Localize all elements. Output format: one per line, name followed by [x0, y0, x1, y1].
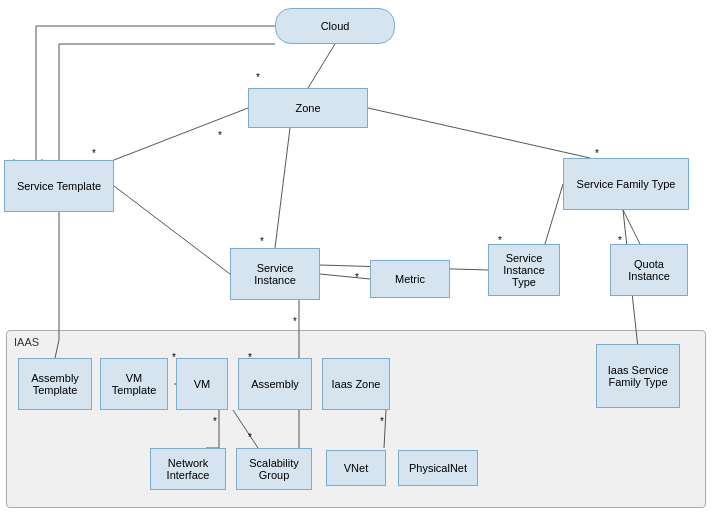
cloud-node: Cloud — [275, 8, 395, 44]
iaas-label: IAAS — [14, 336, 39, 348]
mult-asm: * — [293, 316, 297, 327]
service-instance-type-label: Service Instance Type — [493, 252, 555, 288]
iaas-service-family-type-node: Iaas Service Family Type — [596, 344, 680, 408]
iaas-zone-label: Iaas Zone — [332, 378, 381, 390]
vm-template-node: VM Template — [100, 358, 168, 410]
quota-instance-node: Quota Instance — [610, 244, 688, 296]
scalability-group-node: Scalability Group — [236, 448, 312, 490]
service-instance-type-node: Service Instance Type — [488, 244, 560, 296]
svg-line-4 — [114, 186, 230, 274]
quota-instance-label: Quota Instance — [615, 258, 683, 282]
service-family-type-label: Service Family Type — [577, 178, 676, 190]
mult-ni: * — [213, 416, 217, 427]
svg-line-7 — [623, 210, 640, 244]
mult-izone: * — [380, 416, 384, 427]
service-instance-label: Service Instance — [235, 262, 315, 286]
zone-label: Zone — [295, 102, 320, 114]
assembly-label: Assembly — [251, 378, 299, 390]
svg-line-0 — [308, 44, 335, 88]
network-interface-node: Network Interface — [150, 448, 226, 490]
vnet-node: VNet — [326, 450, 386, 486]
svg-line-6 — [545, 184, 563, 244]
physicalnet-label: PhysicalNet — [409, 462, 467, 474]
mult-st2: * — [92, 148, 96, 159]
vm-label: VM — [194, 378, 211, 390]
network-interface-label: Network Interface — [155, 457, 221, 481]
assembly-template-label: Assembly Template — [23, 372, 87, 396]
svg-line-1 — [114, 108, 248, 160]
service-template-node: Service Template — [4, 160, 114, 212]
scalability-group-label: Scalability Group — [241, 457, 307, 481]
mult-st: * — [218, 130, 222, 141]
zone-node: Zone — [248, 88, 368, 128]
svg-line-2 — [368, 108, 590, 158]
svg-line-3 — [275, 128, 290, 248]
metric-node: Metric — [370, 260, 450, 298]
vnet-label: VNet — [344, 462, 368, 474]
vm-node: VM — [176, 358, 228, 410]
service-template-label: Service Template — [17, 180, 101, 192]
cloud-label: Cloud — [321, 20, 350, 32]
physicalnet-node: PhysicalNet — [398, 450, 478, 486]
service-instance-node: Service Instance — [230, 248, 320, 300]
mult-zone-top: * — [256, 72, 260, 83]
service-family-type-node: Service Family Type — [563, 158, 689, 210]
svg-line-5 — [320, 274, 370, 279]
mult-si: * — [260, 236, 264, 247]
mult-sg: * — [248, 432, 252, 443]
assembly-node: Assembly — [238, 358, 312, 410]
diagram: IAAS — [0, 0, 717, 515]
assembly-template-node: Assembly Template — [18, 358, 92, 410]
vm-template-label: VM Template — [105, 372, 163, 396]
iaas-zone-node: Iaas Zone — [322, 358, 390, 410]
mult-metric: * — [355, 272, 359, 283]
iaas-service-family-type-label: Iaas Service Family Type — [601, 364, 675, 388]
metric-label: Metric — [395, 273, 425, 285]
